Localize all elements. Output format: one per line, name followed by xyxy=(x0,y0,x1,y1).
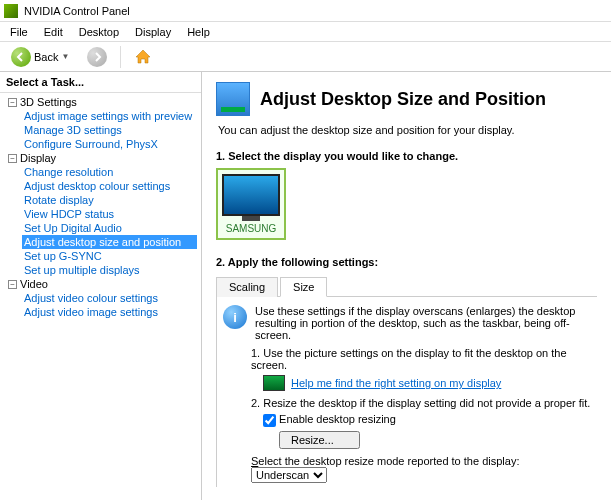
back-arrow-icon xyxy=(11,47,31,67)
tree-group-3d-settings: − 3D Settings Adjust image settings with… xyxy=(8,95,197,151)
enable-resizing-text: Enable desktop resizing xyxy=(279,413,396,425)
tree-item-adjust-image-preview[interactable]: Adjust image settings with preview xyxy=(22,109,197,123)
collapse-icon: − xyxy=(8,154,17,163)
tree-group-toggle-3d[interactable]: − 3D Settings xyxy=(8,95,197,109)
tree-item-configure-surround[interactable]: Configure Surround, PhysX xyxy=(22,137,197,151)
resize-mode-label: Select the desktop resize mode reported … xyxy=(251,455,519,467)
tree-item-multiple-displays[interactable]: Set up multiple displays xyxy=(22,263,197,277)
section-select-display: 1. Select the display you would like to … xyxy=(216,150,597,162)
section-apply-settings: 2. Apply the following settings: xyxy=(216,256,597,268)
tabs: Scaling Size xyxy=(216,276,597,297)
home-icon xyxy=(134,48,152,66)
tree-group-toggle-display[interactable]: − Display xyxy=(8,151,197,165)
tree-item-adjust-colour[interactable]: Adjust desktop colour settings xyxy=(22,179,197,193)
page-title: Adjust Desktop Size and Position xyxy=(260,89,546,110)
tree-group-label: Display xyxy=(20,152,56,164)
enable-resizing-label[interactable]: Enable desktop resizing xyxy=(263,413,396,425)
titlebar: NVIDIA Control Panel xyxy=(0,0,611,22)
home-button[interactable] xyxy=(127,45,159,69)
resize-mode-select[interactable]: Underscan xyxy=(251,467,327,483)
monitor-stand-icon xyxy=(242,216,260,221)
menu-help[interactable]: Help xyxy=(179,24,218,40)
tree-item-manage-3d[interactable]: Manage 3D settings xyxy=(22,123,197,137)
resize-button[interactable]: Resize... xyxy=(279,431,360,449)
tree-group-video: − Video Adjust video colour settings Adj… xyxy=(8,277,197,319)
menu-desktop[interactable]: Desktop xyxy=(71,24,127,40)
collapse-icon: − xyxy=(8,98,17,107)
tree-item-adjust-size-position[interactable]: Adjust desktop size and position xyxy=(22,235,197,249)
tree-item-video-colour[interactable]: Adjust video colour settings xyxy=(22,291,197,305)
info-text: Use these settings if the display oversc… xyxy=(255,305,591,341)
menu-display[interactable]: Display xyxy=(127,24,179,40)
tree-item-digital-audio[interactable]: Set Up Digital Audio xyxy=(22,221,197,235)
tree-item-rotate-display[interactable]: Rotate display xyxy=(22,193,197,207)
sidebar: Select a Task... − 3D Settings Adjust im… xyxy=(0,72,202,500)
help-find-setting-link[interactable]: Help me find the right setting on my dis… xyxy=(291,377,501,389)
tree-item-gsync[interactable]: Set up G-SYNC xyxy=(22,249,197,263)
tree-group-label: Video xyxy=(20,278,48,290)
monitor-label: SAMSUNG xyxy=(222,223,280,234)
nvidia-logo-icon xyxy=(4,4,18,18)
toolbar: Back ▼ xyxy=(0,42,611,72)
step2-text: 2. Resize the desktop if the display set… xyxy=(251,397,591,409)
mini-monitor-icon xyxy=(263,375,285,391)
back-button[interactable]: Back ▼ xyxy=(4,44,76,70)
tree-group-display: − Display Change resolution Adjust deskt… xyxy=(8,151,197,277)
display-thumbnail[interactable]: SAMSUNG xyxy=(216,168,286,240)
back-dropdown-icon[interactable]: ▼ xyxy=(61,52,69,61)
tree-item-change-resolution[interactable]: Change resolution xyxy=(22,165,197,179)
sidebar-header: Select a Task... xyxy=(0,72,201,93)
menubar: File Edit Desktop Display Help xyxy=(0,22,611,42)
menu-file[interactable]: File xyxy=(2,24,36,40)
page-description: You can adjust the desktop size and posi… xyxy=(218,124,597,136)
menu-edit[interactable]: Edit xyxy=(36,24,71,40)
forward-arrow-icon xyxy=(87,47,107,67)
tab-scaling[interactable]: Scaling xyxy=(216,277,278,297)
page-monitor-icon xyxy=(216,82,250,116)
task-tree: − 3D Settings Adjust image settings with… xyxy=(0,93,201,321)
tree-group-label: 3D Settings xyxy=(20,96,77,108)
content-pane: Adjust Desktop Size and Position You can… xyxy=(202,72,611,500)
back-label: Back xyxy=(34,51,58,63)
step1-text: 1. Use the picture settings on the displ… xyxy=(251,347,591,371)
enable-resizing-checkbox[interactable] xyxy=(263,414,276,427)
tree-item-view-hdcp[interactable]: View HDCP status xyxy=(22,207,197,221)
collapse-icon: − xyxy=(8,280,17,289)
toolbar-separator xyxy=(120,46,121,68)
tab-panel-size: i Use these settings if the display over… xyxy=(216,297,597,487)
tree-group-toggle-video[interactable]: − Video xyxy=(8,277,197,291)
forward-button[interactable] xyxy=(80,44,114,70)
info-icon: i xyxy=(223,305,247,329)
window-title: NVIDIA Control Panel xyxy=(24,5,130,17)
tree-item-video-image[interactable]: Adjust video image settings xyxy=(22,305,197,319)
tab-size[interactable]: Size xyxy=(280,277,327,297)
monitor-screen-icon xyxy=(222,174,280,216)
